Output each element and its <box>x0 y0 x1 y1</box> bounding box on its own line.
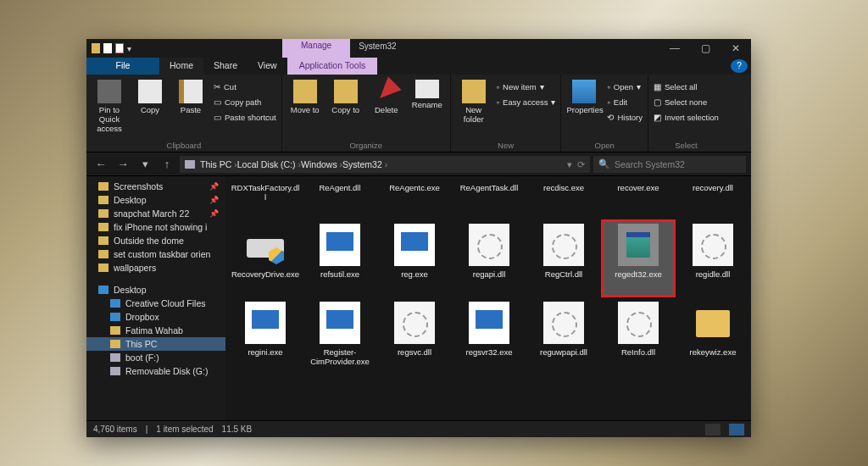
new-folder-button[interactable]: New folder <box>456 78 492 124</box>
ribbon: Pin to Quick access Copy Paste ✂ Cut ▭ C… <box>86 75 751 153</box>
breadcrumb[interactable]: This PC Local Disk (C:) Windows System32… <box>180 156 590 173</box>
sidebar-desktop[interactable]: Desktop <box>86 283 225 297</box>
edit-button[interactable]: ▫ Edit <box>607 95 643 108</box>
crumb-windows[interactable]: Windows <box>301 159 342 169</box>
address-bar: ← → ▾ ↑ This PC Local Disk (C:) Windows … <box>86 153 751 176</box>
file-pane[interactable]: RDXTaskFactory.dllReAgent.dllReAgentc.ex… <box>225 176 751 420</box>
properties-button[interactable]: Properties <box>566 78 602 114</box>
paste-button[interactable]: Paste <box>173 78 209 114</box>
file-item[interactable]: ReAgent.dll <box>303 180 376 219</box>
status-size: 11.5 KB <box>222 424 253 434</box>
copy-to-button[interactable]: Copy to <box>328 78 364 114</box>
new-item-button[interactable]: ▫ New item ▾ <box>497 80 556 93</box>
invert-selection-button[interactable]: ◩ Invert selection <box>654 110 719 124</box>
file-item[interactable]: RegCtrl.dll <box>527 220 600 297</box>
sidebar-item[interactable]: Dropbox <box>86 310 225 324</box>
window-title: System32 <box>350 39 404 58</box>
close-button[interactable]: ✕ <box>721 39 751 58</box>
nav-up-button[interactable]: ↑ <box>158 155 176 174</box>
details-view-button[interactable] <box>705 424 721 435</box>
crumb-local-disk[interactable]: Local Disk (C:) <box>237 159 301 169</box>
pin-quick-access-button[interactable]: Pin to Quick access <box>92 78 127 133</box>
view-tab[interactable]: View <box>248 58 287 75</box>
drive-icon <box>185 160 195 169</box>
apptools-tab[interactable]: Application Tools <box>287 58 378 75</box>
file-item[interactable]: Register-CimProvider.exe <box>303 298 376 374</box>
status-bar: 4,760 items | 1 item selected 11.5 KB <box>86 420 751 437</box>
rename-button[interactable]: Rename <box>409 78 445 109</box>
search-input[interactable]: 🔍 Search System32 <box>593 156 746 173</box>
paste-shortcut-button[interactable]: ▭ Paste shortcut <box>214 110 276 124</box>
copy-path-button[interactable]: ▭ Copy path <box>214 95 276 108</box>
search-placeholder: Search System32 <box>615 159 685 169</box>
file-item[interactable]: recovery.dll <box>676 180 749 219</box>
sidebar-item[interactable]: wallpapers <box>86 261 225 275</box>
file-item[interactable]: regsvr32.exe <box>453 298 526 374</box>
status-count: 4,760 items <box>93 424 137 434</box>
sidebar-item[interactable]: snapchat March 22📌 <box>86 207 225 220</box>
select-none-button[interactable]: ▢ Select none <box>654 95 719 108</box>
share-tab[interactable]: Share <box>203 58 248 75</box>
file-item[interactable]: reg.exe <box>378 220 451 297</box>
file-item[interactable]: regapi.dll <box>453 220 526 297</box>
folder-icon <box>92 43 100 53</box>
check-icon <box>115 43 124 53</box>
sidebar-item[interactable]: set custom taskbar orien <box>86 247 225 261</box>
nav-recent-button[interactable]: ▾ <box>136 155 154 174</box>
sidebar-item[interactable]: Screenshots📌 <box>86 180 225 193</box>
easy-access-button[interactable]: ▫ Easy access ▾ <box>497 95 556 108</box>
file-item[interactable]: regidle.dll <box>676 220 749 297</box>
file-item[interactable]: recdisc.exe <box>527 180 600 219</box>
history-button[interactable]: ⟲ History <box>607 110 643 124</box>
file-item[interactable]: regedt32.exe <box>602 220 675 297</box>
sidebar-item[interactable]: This PC <box>86 337 225 351</box>
file-item[interactable]: ReAgentTask.dll <box>453 180 526 219</box>
sidebar-item[interactable]: Removable Disk (G:) <box>86 364 225 378</box>
file-item[interactable]: reguwpapi.dll <box>527 298 600 374</box>
copy-button[interactable]: Copy <box>132 78 168 114</box>
crumb-system32[interactable]: System32 <box>342 159 387 169</box>
sidebar: Screenshots📌Desktop📌snapchat March 22📌fi… <box>86 176 225 420</box>
sidebar-item[interactable]: Desktop📌 <box>86 193 225 207</box>
file-item[interactable]: rekeywiz.exe <box>676 298 749 374</box>
qatoolbar-overflow[interactable]: ▾ <box>127 44 131 53</box>
sidebar-item[interactable]: Fatima Wahab <box>86 324 225 337</box>
sidebar-item[interactable]: boot (F:) <box>86 351 225 364</box>
blank-icon <box>103 43 112 53</box>
icons-view-button[interactable] <box>729 424 744 435</box>
crumb-this-pc[interactable]: This PC <box>200 159 237 169</box>
select-group-label: Select <box>654 139 719 152</box>
move-to-button[interactable]: Move to <box>287 78 323 114</box>
ribbon-context-tab[interactable]: Manage <box>282 39 350 58</box>
search-icon: 🔍 <box>598 158 609 169</box>
delete-button[interactable]: Delete <box>369 78 404 114</box>
file-item[interactable]: recover.exe <box>602 180 675 219</box>
cut-button[interactable]: ✂ Cut <box>214 80 276 93</box>
open-group-label: Open <box>566 139 643 152</box>
file-item[interactable]: RDXTaskFactory.dll <box>229 180 302 219</box>
nav-back-button[interactable]: ← <box>92 155 110 174</box>
explorer-window: ▾ Manage System32 ― ▢ ✕ File Home Share … <box>86 39 751 437</box>
sidebar-item[interactable]: Outside the dome <box>86 234 225 247</box>
file-item[interactable]: regsvc.dll <box>378 298 451 374</box>
file-item[interactable]: ReInfo.dll <box>602 298 675 374</box>
home-tab[interactable]: Home <box>159 58 203 75</box>
new-group-label: New <box>456 139 556 152</box>
ribbon-tabs: File Home Share View Application Tools ? <box>86 58 751 75</box>
clipboard-group-label: Clipboard <box>92 139 276 152</box>
organize-group-label: Organize <box>287 139 445 152</box>
titlebar: ▾ Manage System32 ― ▢ ✕ <box>86 39 751 58</box>
minimize-button[interactable]: ― <box>659 39 690 58</box>
open-button[interactable]: ▫ Open ▾ <box>607 80 643 93</box>
status-selected: 1 item selected <box>156 424 213 434</box>
file-item[interactable]: ReAgentc.exe <box>378 180 451 219</box>
nav-forward-button[interactable]: → <box>114 155 132 174</box>
file-item[interactable]: RecoveryDrive.exe <box>229 220 302 297</box>
sidebar-item[interactable]: fix iPhone not showing i <box>86 220 225 234</box>
select-all-button[interactable]: ▦ Select all <box>654 80 719 93</box>
maximize-button[interactable]: ▢ <box>690 39 721 58</box>
file-item[interactable]: refsutil.exe <box>303 220 376 297</box>
sidebar-item[interactable]: Creative Cloud Files <box>86 297 225 310</box>
file-item[interactable]: regini.exe <box>229 298 302 374</box>
help-icon[interactable]: ? <box>731 59 748 73</box>
